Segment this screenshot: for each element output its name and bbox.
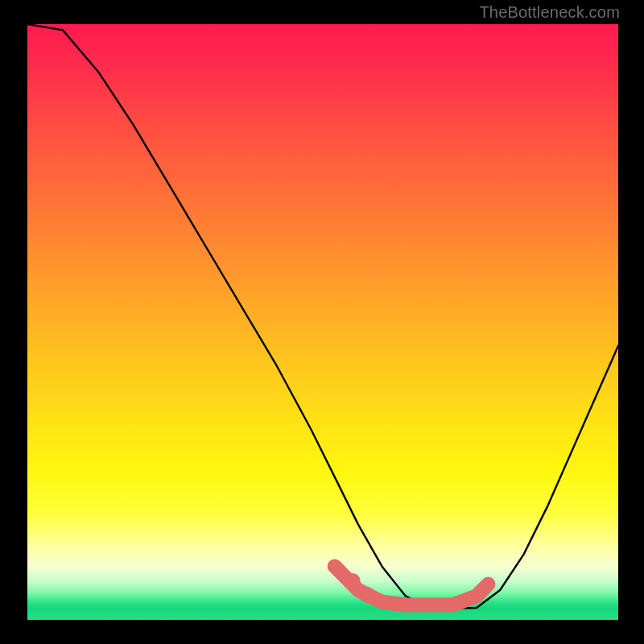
chart-overlay <box>27 24 618 620</box>
chart-frame: TheBottleneck.com <box>0 0 644 644</box>
highlight-dot <box>359 587 375 603</box>
bottleneck-curve <box>27 24 618 608</box>
plot-area <box>27 24 618 620</box>
watermark-text: TheBottleneck.com <box>479 3 620 22</box>
highlight-dot <box>345 573 361 589</box>
